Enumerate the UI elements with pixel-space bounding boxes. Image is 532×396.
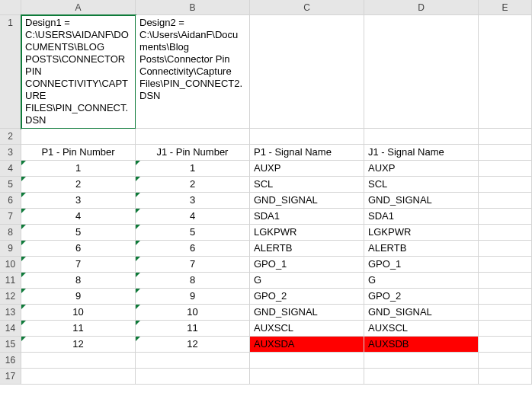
cell-C5[interactable]: SCL [250,177,364,193]
cell-C14[interactable]: AUXSCL [250,321,364,337]
cell-A9[interactable]: 6 [21,241,136,257]
col-header-E[interactable]: E [479,0,532,15]
select-all-corner[interactable] [0,0,21,15]
cell-E14[interactable] [479,321,532,337]
cell-C2[interactable] [250,129,364,145]
cell-C1[interactable] [250,15,364,129]
cell-A5[interactable]: 2 [21,177,136,193]
row-header-12[interactable]: 12 [0,289,21,305]
cell-C3[interactable]: P1 - Signal Name [250,145,364,161]
cell-A8[interactable]: 5 [21,225,136,241]
cell-D3[interactable]: J1 - Signal Name [364,145,479,161]
cell-C12[interactable]: GPO_2 [250,289,364,305]
cell-C17[interactable] [250,369,364,385]
cell-A15[interactable]: 12 [21,337,136,353]
cell-B17[interactable] [136,369,250,385]
cell-E12[interactable] [479,289,532,305]
row-header-6[interactable]: 6 [0,193,21,209]
cell-B10[interactable]: 7 [136,257,250,273]
cell-E9[interactable] [479,241,532,257]
cell-B8[interactable]: 5 [136,225,250,241]
spreadsheet-grid[interactable]: A B C D E 1 Design1 = C:\USERS\AIDANF\DO… [0,0,532,385]
cell-E17[interactable] [479,369,532,385]
cell-D1[interactable] [364,15,479,129]
cell-E13[interactable] [479,305,532,321]
cell-D2[interactable] [364,129,479,145]
cell-B12[interactable]: 9 [136,289,250,305]
cell-D5[interactable]: SCL [364,177,479,193]
cell-E2[interactable] [479,129,532,145]
cell-C8[interactable]: LGKPWR [250,225,364,241]
cell-A2[interactable] [21,129,136,145]
cell-D13[interactable]: GND_SIGNAL [364,305,479,321]
cell-A4[interactable]: 1 [21,161,136,177]
cell-C10[interactable]: GPO_1 [250,257,364,273]
row-header-2[interactable]: 2 [0,129,21,145]
row-header-10[interactable]: 10 [0,257,21,273]
cell-B6[interactable]: 3 [136,193,250,209]
cell-C9[interactable]: ALERTB [250,241,364,257]
cell-B5[interactable]: 2 [136,177,250,193]
row-header-8[interactable]: 8 [0,225,21,241]
cell-E16[interactable] [479,353,532,369]
cell-B11[interactable]: 8 [136,273,250,289]
cell-B7[interactable]: 4 [136,209,250,225]
col-header-B[interactable]: B [136,0,250,15]
cell-A1[interactable]: Design1 = C:\USERS\AIDANF\DOCUMENTS\BLOG… [21,15,136,129]
cell-B15[interactable]: 12 [136,337,250,353]
cell-A12[interactable]: 9 [21,289,136,305]
cell-C7[interactable]: SDA1 [250,209,364,225]
row-header-15[interactable]: 15 [0,337,21,353]
cell-B4[interactable]: 1 [136,161,250,177]
cell-D10[interactable]: GPO_1 [364,257,479,273]
row-header-9[interactable]: 9 [0,241,21,257]
cell-A7[interactable]: 4 [21,209,136,225]
cell-C13[interactable]: GND_SIGNAL [250,305,364,321]
cell-D7[interactable]: SDA1 [364,209,479,225]
row-header-4[interactable]: 4 [0,161,21,177]
cell-B14[interactable]: 11 [136,321,250,337]
col-header-D[interactable]: D [364,0,479,15]
cell-A3[interactable]: P1 - Pin Number [21,145,136,161]
cell-B16[interactable] [136,353,250,369]
cell-D14[interactable]: AUXSCL [364,321,479,337]
row-header-14[interactable]: 14 [0,321,21,337]
cell-B3[interactable]: J1 - Pin Number [136,145,250,161]
row-header-11[interactable]: 11 [0,273,21,289]
row-header-1[interactable]: 1 [0,15,21,129]
cell-C15[interactable]: AUXSDA [250,337,364,353]
cell-D17[interactable] [364,369,479,385]
cell-A16[interactable] [21,353,136,369]
cell-A14[interactable]: 11 [21,321,136,337]
cell-E3[interactable] [479,145,532,161]
cell-B1[interactable]: Design2 = C:\Users\AidanF\Documents\Blog… [136,15,250,129]
cell-A11[interactable]: 8 [21,273,136,289]
cell-B2[interactable] [136,129,250,145]
cell-B13[interactable]: 10 [136,305,250,321]
row-header-3[interactable]: 3 [0,145,21,161]
row-header-7[interactable]: 7 [0,209,21,225]
col-header-A[interactable]: A [21,0,136,15]
cell-D6[interactable]: GND_SIGNAL [364,193,479,209]
cell-B9[interactable]: 6 [136,241,250,257]
cell-C4[interactable]: AUXP [250,161,364,177]
row-header-5[interactable]: 5 [0,177,21,193]
cell-E15[interactable] [479,337,532,353]
row-header-16[interactable]: 16 [0,353,21,369]
cell-E6[interactable] [479,193,532,209]
cell-A17[interactable] [21,369,136,385]
col-header-C[interactable]: C [250,0,364,15]
cell-E5[interactable] [479,177,532,193]
cell-E4[interactable] [479,161,532,177]
row-header-17[interactable]: 17 [0,369,21,385]
cell-D12[interactable]: GPO_2 [364,289,479,305]
cell-D9[interactable]: ALERTB [364,241,479,257]
cell-D15[interactable]: AUXSDB [364,337,479,353]
row-header-13[interactable]: 13 [0,305,21,321]
cell-A6[interactable]: 3 [21,193,136,209]
cell-E1[interactable] [479,15,532,129]
cell-D4[interactable]: AUXP [364,161,479,177]
cell-D16[interactable] [364,353,479,369]
cell-D8[interactable]: LGKPWR [364,225,479,241]
cell-E11[interactable] [479,273,532,289]
